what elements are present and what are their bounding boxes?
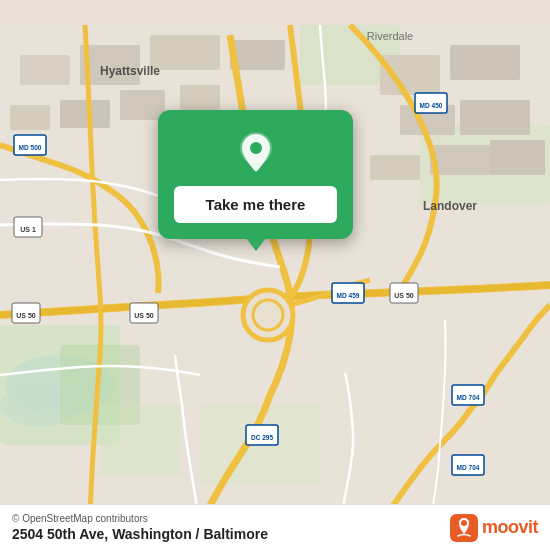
- svg-point-50: [250, 142, 262, 154]
- svg-text:Landover: Landover: [423, 199, 477, 213]
- svg-rect-16: [180, 85, 220, 110]
- svg-text:MD 704: MD 704: [457, 394, 480, 401]
- svg-rect-11: [150, 35, 220, 70]
- svg-rect-23: [490, 140, 545, 175]
- svg-text:MD 450: MD 450: [420, 102, 443, 109]
- location-pin-icon: [232, 128, 280, 176]
- take-me-there-button[interactable]: Take me there: [174, 186, 337, 223]
- svg-rect-21: [370, 155, 420, 180]
- svg-text:MD 459: MD 459: [337, 292, 360, 299]
- svg-text:US 50: US 50: [16, 312, 36, 319]
- svg-text:US 50: US 50: [394, 292, 414, 299]
- bottom-info: © OpenStreetMap contributors 2504 50th A…: [12, 513, 268, 542]
- svg-rect-17: [380, 55, 440, 95]
- svg-text:Riverdale: Riverdale: [367, 30, 413, 42]
- svg-text:US 1: US 1: [20, 226, 36, 233]
- svg-point-52: [461, 520, 467, 526]
- map-background: US 50 US 50 US 50 US 1 MD 500 MD 450 MD …: [0, 0, 550, 550]
- moovit-label: moovit: [482, 517, 538, 538]
- svg-rect-7: [100, 405, 180, 475]
- map-container: US 50 US 50 US 50 US 1 MD 500 MD 450 MD …: [0, 0, 550, 550]
- moovit-logo: moovit: [450, 514, 538, 542]
- svg-text:MD 704: MD 704: [457, 464, 480, 471]
- svg-text:US 50: US 50: [134, 312, 154, 319]
- bottom-bar: © OpenStreetMap contributors 2504 50th A…: [0, 504, 550, 550]
- svg-rect-15: [120, 90, 165, 120]
- svg-rect-14: [60, 100, 110, 128]
- address-text: 2504 50th Ave, Washington / Baltimore: [12, 526, 268, 542]
- svg-rect-13: [10, 105, 50, 130]
- svg-rect-18: [450, 45, 520, 80]
- svg-rect-20: [460, 100, 530, 135]
- svg-text:DC 295: DC 295: [251, 434, 273, 441]
- attribution-text: © OpenStreetMap contributors: [12, 513, 268, 524]
- svg-text:Hyattsville: Hyattsville: [100, 64, 160, 78]
- svg-text:MD 500: MD 500: [19, 144, 42, 151]
- svg-point-25: [253, 300, 283, 330]
- svg-rect-22: [430, 145, 490, 175]
- moovit-icon: [450, 514, 478, 542]
- location-popup: Take me there: [158, 110, 353, 239]
- svg-rect-9: [20, 55, 70, 85]
